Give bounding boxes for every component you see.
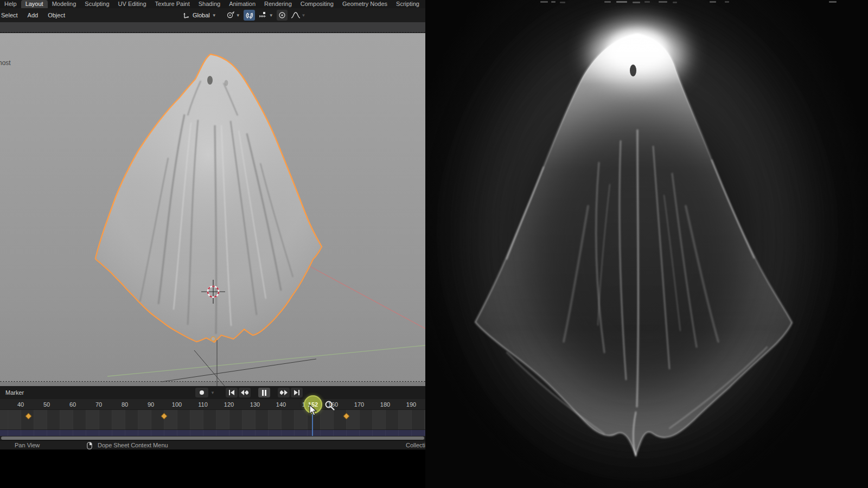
timeline-header: Marker ▼ (0, 386, 425, 399)
workspace-tab-geometry-nodes[interactable]: Geometry Nodes (338, 0, 392, 8)
next-keyframe-icon (280, 390, 288, 395)
rendered-ghost-eye (630, 65, 636, 76)
summary-channel-row[interactable] (0, 429, 425, 436)
workspace-tab-compositing[interactable]: Compositing (296, 0, 338, 8)
chevron-down-icon: ▼ (269, 13, 273, 18)
viewport-header: SelectAddObject Global ▼ ▼ (0, 8, 425, 22)
ruler-tick-110: 110 (192, 401, 214, 408)
workspace-tab-animation[interactable]: Animation (225, 0, 260, 8)
ruler-tick-170: 170 (348, 401, 370, 408)
workspace-tab-help[interactable]: Help (0, 0, 21, 8)
scrollbar-thumb[interactable] (1, 436, 424, 440)
workspace-tab-modeling[interactable]: Modeling (48, 0, 81, 8)
snap-toggle-button[interactable] (244, 10, 255, 21)
workspace-tab-rendering[interactable]: Rendering (260, 0, 296, 8)
chevron-down-icon: ▼ (210, 390, 215, 395)
ruler-tick-140: 140 (270, 401, 292, 408)
falloff-curve-button[interactable]: ▼ (289, 10, 308, 21)
workspace-tab-texture-paint[interactable]: Texture Paint (151, 0, 194, 8)
ruler-tick-40: 40 (10, 401, 31, 408)
dopesheet-tracks[interactable] (0, 410, 425, 429)
ruler-tick-180: 180 (374, 401, 396, 408)
mouse-right-click-icon (87, 442, 92, 450)
ruler-tick-60: 60 (62, 401, 84, 408)
frame-ruler[interactable]: 4050607080901001101201301401501601701801… (0, 399, 425, 410)
ruler-tick-100: 100 (166, 401, 188, 408)
ghost-object[interactable] (95, 54, 322, 342)
jump-to-end-button[interactable] (291, 388, 303, 397)
ghost-eye-faint (225, 80, 228, 86)
pause-button[interactable] (258, 388, 270, 397)
ruler-tick-120: 120 (218, 401, 240, 408)
previous-keyframe-icon (241, 390, 248, 395)
status-context-menu: Dope Sheet Context Menu (98, 442, 168, 448)
3d-viewport[interactable]: host (0, 22, 425, 386)
zoom-magnifier-icon (324, 400, 335, 411)
snap-target-increment-icon (258, 11, 268, 19)
status-bar: Pan View Dope Sheet Context Menu Collect… (0, 440, 425, 450)
transform-orientation-icon (183, 11, 190, 19)
falloff-curve-icon (291, 11, 301, 19)
blender-window: HelpLayoutModelingSculptingUV EditingTex… (0, 0, 425, 450)
snap-target-button[interactable]: ▼ (257, 10, 275, 21)
playback-controls: ▼ (195, 388, 303, 397)
ruler-tick-80: 80 (114, 401, 136, 408)
workspace-tab-sculpting[interactable]: Sculpting (80, 0, 113, 8)
mouse-cursor-icon (309, 404, 318, 416)
ghost-eye (207, 76, 213, 85)
menu-select[interactable]: Select (0, 8, 23, 22)
jump-to-end-icon (293, 390, 300, 395)
viewport-menus: SelectAddObject (0, 8, 70, 22)
pause-icon (261, 390, 267, 396)
snap-magnet-icon (245, 11, 253, 20)
keyframe-diamond-frame-165[interactable] (343, 413, 350, 420)
workspace-tabs: HelpLayoutModelingSculptingUV EditingTex… (0, 0, 425, 8)
previous-keyframe-button[interactable] (239, 388, 251, 397)
menu-object[interactable]: Object (43, 8, 70, 22)
workspace-tab-layout[interactable]: Layout (21, 0, 48, 8)
keyframe-diamond-frame-43[interactable] (25, 413, 32, 420)
chevron-down-icon: ▼ (212, 13, 216, 18)
timeline-editor[interactable]: Marker ▼ (0, 386, 425, 440)
pivot-point-icon (226, 11, 235, 19)
menu-add[interactable]: Add (23, 8, 43, 22)
keyframe-diamond-frame-95[interactable] (161, 413, 168, 420)
workspace-tab-scripting[interactable]: Scripting (392, 0, 424, 8)
chevron-down-icon: ▼ (236, 13, 240, 18)
marker-menu[interactable]: Marker (0, 389, 24, 396)
ghost-shading (95, 54, 322, 342)
jump-to-start-icon (228, 390, 235, 395)
timeline-scrollbar[interactable] (0, 436, 425, 440)
ruler-tick-190: 190 (400, 401, 422, 408)
viewport-scene (0, 22, 425, 386)
workspace-tab-shading[interactable]: Shading (194, 0, 225, 8)
proportional-editing-button[interactable] (277, 10, 288, 21)
ruler-tick-130: 130 (244, 401, 266, 408)
status-pan-view: Pan View (15, 442, 40, 448)
proportional-editing-icon (278, 11, 286, 19)
record-icon (200, 390, 204, 395)
transform-orientation-button[interactable]: Global ▼ (181, 10, 218, 21)
status-collection: Collecti (406, 442, 425, 448)
object-origin[interactable] (211, 337, 215, 341)
ruler-tick-50: 50 (36, 401, 58, 408)
workspace-tab-uv-editing[interactable]: UV Editing (114, 0, 151, 8)
pivot-point-button[interactable]: ▼ (225, 10, 242, 21)
ruler-tick-90: 90 (140, 401, 162, 408)
next-keyframe-button[interactable] (278, 388, 290, 397)
grid-axis-red (308, 265, 425, 329)
rendered-ghost (425, 0, 868, 488)
jump-to-start-button[interactable] (226, 388, 238, 397)
grid-axis-green (107, 345, 425, 376)
chevron-down-icon: ▼ (302, 13, 306, 18)
render-view (425, 0, 868, 488)
ruler-tick-70: 70 (88, 401, 110, 408)
helper-lines (162, 340, 316, 386)
orientation-label: Global (192, 12, 211, 18)
auto-keying-button[interactable] (195, 388, 208, 397)
